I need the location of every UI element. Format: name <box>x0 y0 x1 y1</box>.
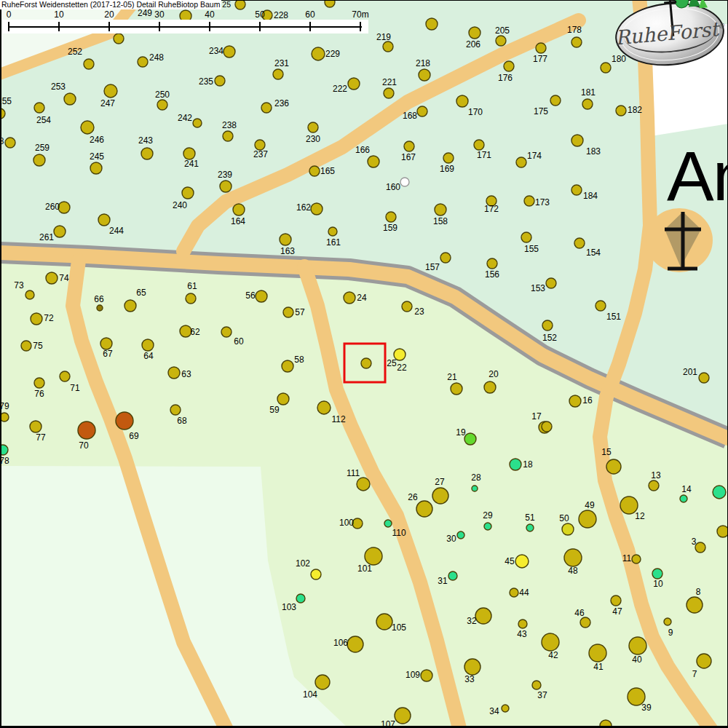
tree-dot[interactable] <box>84 59 94 69</box>
tree-dot[interactable] <box>280 234 291 245</box>
tree-dot[interactable] <box>502 705 509 712</box>
tree-dot[interactable] <box>611 596 621 606</box>
tree-dot[interactable] <box>215 76 225 86</box>
tree-dot[interactable] <box>571 135 583 146</box>
tree-dot[interactable] <box>649 480 659 491</box>
tree-dot[interactable] <box>440 253 451 263</box>
tree-dot[interactable] <box>532 681 541 689</box>
tree-dot[interactable] <box>116 412 133 430</box>
tree-dot[interactable] <box>223 46 235 58</box>
tree-dot[interactable] <box>571 185 582 195</box>
tree-dot[interactable] <box>365 547 382 565</box>
tree-dot[interactable] <box>282 360 293 372</box>
tree-dot[interactable] <box>569 395 581 407</box>
tree-dot[interactable] <box>308 122 318 132</box>
tree-dot[interactable] <box>60 371 70 381</box>
tree-dot[interactable] <box>504 61 514 71</box>
tree-dot[interactable] <box>518 620 527 628</box>
tree-dot[interactable] <box>564 549 582 566</box>
tree-dot[interactable] <box>395 708 411 724</box>
tree-dot[interactable] <box>255 140 265 150</box>
tree-dot[interactable] <box>384 88 394 98</box>
tree-dot[interactable] <box>469 27 480 39</box>
tree-dot[interactable] <box>277 393 289 405</box>
tree-dot[interactable] <box>256 290 267 302</box>
tree-dot[interactable] <box>589 644 606 662</box>
tree-dot[interactable] <box>34 378 44 388</box>
tree-dot[interactable] <box>182 187 194 199</box>
tree-dot[interactable] <box>368 156 379 167</box>
tree-dot[interactable] <box>186 293 196 304</box>
tree-dot[interactable] <box>384 520 392 527</box>
tree-dot[interactable] <box>138 57 148 67</box>
tree-dot[interactable] <box>680 495 687 502</box>
tree-dot[interactable] <box>98 214 110 226</box>
tree-dot[interactable] <box>432 488 448 504</box>
tree-dot[interactable] <box>81 121 94 134</box>
tree-dot[interactable] <box>273 69 283 79</box>
tree-dot[interactable] <box>58 202 70 213</box>
tree-dot[interactable] <box>383 41 393 52</box>
tree-dot[interactable] <box>600 720 612 728</box>
tree-dot[interactable] <box>31 313 42 325</box>
tree-dot[interactable] <box>510 459 521 470</box>
tree-dot[interactable] <box>435 204 446 215</box>
tree-dot[interactable] <box>386 212 396 222</box>
tree-dot[interactable] <box>521 232 531 242</box>
tree-dot[interactable] <box>352 518 363 529</box>
tree-dot[interactable] <box>0 413 9 422</box>
tree-dot[interactable] <box>448 571 457 580</box>
tree-dot[interactable] <box>394 349 405 360</box>
tree-dot[interactable] <box>157 100 167 110</box>
tree-dot[interactable] <box>484 381 496 393</box>
tree-dot[interactable] <box>404 141 414 151</box>
tree-dot[interactable] <box>233 204 245 215</box>
tree-dot[interactable] <box>606 459 621 474</box>
tree-dot[interactable] <box>616 106 626 116</box>
tree-dot[interactable] <box>5 138 15 148</box>
tree-dot[interactable] <box>97 305 103 311</box>
tree-dot[interactable] <box>21 341 31 351</box>
tree-dot[interactable] <box>296 594 305 603</box>
tree-dot[interactable] <box>64 93 76 105</box>
tree-dot[interactable] <box>283 307 293 317</box>
tree-dot[interactable] <box>124 300 136 312</box>
tree-dot[interactable] <box>699 373 709 383</box>
tree-dot[interactable] <box>104 84 117 98</box>
tree-dot[interactable] <box>515 555 529 568</box>
tree-dot[interactable] <box>376 614 392 630</box>
tree-dot[interactable] <box>697 654 711 668</box>
tree-dot[interactable] <box>496 36 506 46</box>
tree-dot[interactable] <box>571 37 582 47</box>
tree-dot[interactable] <box>419 69 430 81</box>
tree-dot[interactable] <box>456 95 468 107</box>
tree-dot[interactable] <box>312 47 325 60</box>
tree-dot[interactable] <box>426 18 438 30</box>
tree-dot[interactable] <box>695 542 705 553</box>
tree-dot[interactable] <box>328 227 337 236</box>
tree-dot[interactable] <box>542 422 552 432</box>
tree-dot[interactable] <box>100 338 112 349</box>
tree-dot[interactable] <box>54 226 66 237</box>
tree-dot[interactable] <box>0 445 8 455</box>
tree-dot[interactable] <box>536 43 546 53</box>
tree-dot[interactable] <box>344 292 355 304</box>
tree-dot[interactable] <box>220 181 232 192</box>
tree-dot[interactable] <box>170 405 181 415</box>
tree-dot[interactable] <box>142 339 154 351</box>
tree-dot[interactable] <box>183 148 195 159</box>
tree-dot[interactable] <box>309 166 320 176</box>
tree-dot[interactable] <box>510 588 518 597</box>
tree-dot[interactable] <box>546 278 556 288</box>
tree-dot[interactable] <box>464 659 480 675</box>
tree-dot[interactable] <box>34 103 44 113</box>
tree-dot[interactable] <box>90 162 102 174</box>
tree-dot[interactable] <box>357 478 370 491</box>
tree-dot[interactable] <box>582 99 593 109</box>
tree-dot[interactable] <box>114 33 124 44</box>
tree-dot[interactable] <box>484 523 491 530</box>
tree-dot[interactable] <box>223 131 233 141</box>
tree-dot[interactable] <box>457 531 464 539</box>
tree-dot[interactable] <box>474 140 484 150</box>
tree-dot[interactable] <box>315 675 330 689</box>
